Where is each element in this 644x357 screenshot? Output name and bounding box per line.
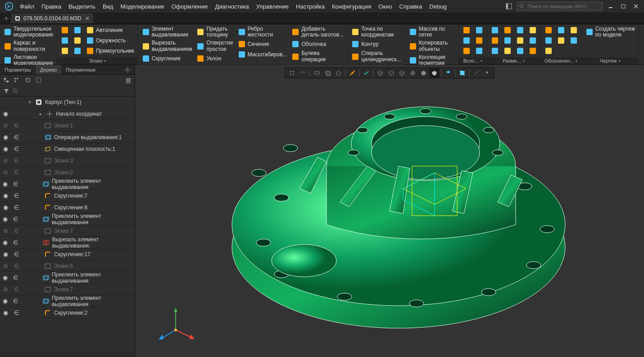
ribbon-btn[interactable] [555,36,567,45]
menu-Оформление[interactable]: Оформление [168,1,212,12]
command-search[interactable] [517,2,603,11]
vt-measure-icon[interactable] [472,68,481,77]
ribbon-btn[interactable] [59,25,71,35]
include-icon[interactable]: ∈ [10,216,21,222]
tree-item[interactable]: ◉∈Приклеить элемент выдавливания [0,295,135,307]
menu-Справка[interactable]: Справка [396,1,426,12]
include-icon[interactable]: ∈ [11,204,22,211]
ribbon-panel-label[interactable]: Вспо...▾ [459,57,487,64]
tree-tool-1[interactable] [2,76,11,85]
visibility-icon[interactable]: ⊘ [0,227,11,234]
include-icon[interactable]: ∈ [11,227,22,234]
visibility-icon[interactable]: ◉ [0,274,10,281]
maximize-button[interactable] [617,2,630,11]
vt-1[interactable] [287,68,297,77]
ribbon-btn[interactable] [543,25,554,35]
menu-Правка[interactable]: Правка [38,1,65,12]
tree-item[interactable]: ◉∈Операция выдавливания:1 [0,131,135,143]
ribbon-btn[interactable] [527,46,539,56]
ribbon-panel-label[interactable]: Эскиз▾ [57,57,138,64]
ribbon-btn[interactable]: Спиральцилиндрическ... [349,50,403,63]
new-tab-button[interactable] [2,14,11,23]
visibility-icon[interactable]: ◉ [0,145,11,152]
include-icon[interactable]: ∈ [10,274,21,281]
ribbon-btn[interactable] [555,25,567,35]
ribbon-btn[interactable] [461,25,472,35]
ribbon-btn[interactable] [543,36,554,45]
menu-Файл[interactable]: Файл [16,1,38,12]
include-icon[interactable]: ∈ [11,309,22,316]
tree-item[interactable]: ⊘∈Эскиз:6 [0,260,135,272]
visibility-icon[interactable]: ◉ [0,239,10,246]
ribbon-panel-label[interactable]: Чертеж▾ [582,57,639,64]
vt-hidden-icon[interactable] [386,68,396,77]
ribbon-btn[interactable]: Автолиния [84,25,136,35]
menu-Вид[interactable]: Вид [99,1,117,12]
menu-Debug[interactable]: Debug [426,1,450,12]
menu-Выделить[interactable]: Выделить [65,1,99,12]
vt-3[interactable] [312,68,322,77]
tree-item[interactable]: ◉∈Приклеить элемент выдавливания [0,178,135,190]
tree-item[interactable]: ⊘∈Эскиз:3 [0,155,135,167]
tree-delete-icon[interactable] [124,76,133,85]
ribbon-btn[interactable]: Скругление [140,54,194,63]
tree-item[interactable]: ⊘∈Эскиз:2 [0,167,135,178]
vt-hlr-icon[interactable] [397,68,407,77]
ribbon-btn[interactable] [473,25,485,35]
visibility-icon[interactable]: ◉ [0,134,11,140]
vt-6[interactable] [348,68,358,77]
document-tab[interactable]: 078.505.0.0104.00.M3D ✕ [11,14,93,23]
vt-5[interactable] [334,68,344,77]
tree-tool-3[interactable] [23,76,32,85]
visibility-icon[interactable]: ◉ [0,192,11,199]
include-icon[interactable]: ∈ [11,145,22,152]
tree-item[interactable]: ◉∈Приклеить элемент выдавливания [0,213,135,225]
ribbon-btn[interactable] [514,36,526,45]
tree-item[interactable]: ◉∈Вырезать элемент выдавливания: [0,237,135,249]
command-search-input[interactable] [526,4,602,9]
ribbon-btn[interactable]: Реброжесткости [236,25,289,39]
tree-item[interactable]: ◉∈Скругление:7 [0,190,135,202]
visibility-icon[interactable]: ◉ [0,298,10,304]
menu-Моделирование[interactable]: Моделирование [117,1,168,12]
ribbon-btn[interactable] [568,36,580,45]
include-icon[interactable]: ∈ [11,262,22,269]
ribbon-btn[interactable] [527,25,539,35]
vt-shaded-edges-icon[interactable] [430,68,440,77]
ribbon-btn[interactable] [489,46,501,56]
ribbon-btn[interactable] [461,46,472,56]
close-button[interactable] [630,2,642,11]
viewport[interactable] [135,65,644,357]
menu-Конфигурация[interactable]: Конфигурация [328,1,375,12]
visibility-icon[interactable]: ◉ [0,309,11,316]
visibility-icon[interactable]: ⊘ [0,157,11,164]
ribbon-btn[interactable]: Контур [349,39,403,49]
tree-item[interactable]: ◉∈Приклеить элемент выдавливания [0,272,135,284]
vt-section-icon[interactable] [458,68,467,77]
visibility-icon[interactable]: ◉ [0,251,11,258]
ribbon-btn[interactable]: Масштабиров... [236,50,289,59]
vt-wireframe-icon[interactable] [376,68,385,77]
ribbon-btn[interactable]: Уклон [195,54,235,63]
ribbon-btn[interactable]: Твердотельноемоделирование [2,25,55,39]
visibility-icon[interactable]: ⊘ [0,122,11,129]
tree-item[interactable]: ◉▸Начало координат [0,108,135,120]
ribbon-btn[interactable] [502,46,513,56]
ribbon-btn[interactable]: Окружность [84,36,136,45]
include-icon[interactable]: ∈ [11,169,22,176]
vt-4[interactable] [323,68,333,77]
ribbon-btn[interactable] [502,25,513,35]
tree-tool-4[interactable] [34,76,43,85]
include-icon[interactable]: ∈ [11,251,22,258]
ribbon-btn[interactable] [568,25,580,35]
ribbon-btn[interactable] [489,36,501,45]
ribbon-btn[interactable]: Создать чертежпо модели [584,25,637,39]
include-icon[interactable]: ∈ [10,181,21,187]
ribbon-btn[interactable] [72,46,83,56]
sidebar-tab-Параметры[interactable]: Параметры [0,65,36,74]
ribbon-btn[interactable] [502,36,513,45]
ribbon-btn[interactable] [489,25,501,35]
tree-item[interactable]: ◉∈Скругление:2 [0,307,135,319]
visibility-icon[interactable]: ⊘ [0,169,11,176]
ribbon-btn[interactable]: Оболочка [290,39,345,49]
